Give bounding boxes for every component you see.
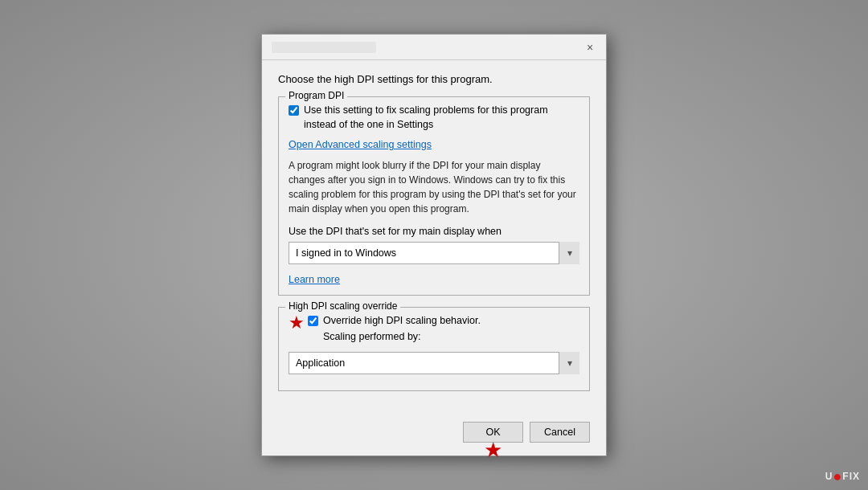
high-dpi-group: High DPI scaling override ★ Override hig… <box>278 307 590 391</box>
override-label: Override high DPI scaling behavior. <box>323 314 481 329</box>
close-button[interactable]: × <box>580 38 600 57</box>
learn-more-link[interactable]: Learn more <box>289 274 579 285</box>
ok-button[interactable]: OK <box>463 422 523 443</box>
use-setting-checkbox[interactable] <box>289 105 299 116</box>
dialog-window: × Choose the high DPI settings for this … <box>261 34 607 456</box>
open-advanced-scaling-link[interactable]: Open Advanced scaling settings <box>289 139 432 150</box>
use-setting-label: Use this setting to fix scaling problems… <box>304 104 579 132</box>
logo-watermark: U●FIX <box>825 471 860 482</box>
main-display-dropdown[interactable]: I signed in to Windows I open this progr… <box>289 242 579 264</box>
scaling-by-label: Scaling performed by: <box>323 330 481 345</box>
dropdown-label: Use the DPI that's set for my main displ… <box>289 226 579 237</box>
ok-button-wrapper: OK ★ <box>463 422 523 443</box>
main-display-dropdown-wrapper: I signed in to Windows I open this progr… <box>289 242 579 264</box>
program-dpi-label: Program DPI <box>285 90 347 101</box>
title-bar: × <box>262 35 606 60</box>
program-dpi-group: Program DPI Use this setting to fix scal… <box>278 96 590 296</box>
dialog-body: Choose the high DPI settings for this pr… <box>262 60 606 415</box>
scaling-dropdown-wrapper: Application System System (Enhanced) <box>289 352 579 374</box>
dpi-description: A program might look blurry if the DPI f… <box>289 158 579 216</box>
dialog-heading: Choose the high DPI settings for this pr… <box>278 73 590 85</box>
use-setting-checkbox-row: Use this setting to fix scaling problems… <box>289 104 579 132</box>
scaling-dropdown[interactable]: Application System System (Enhanced) <box>289 352 579 374</box>
title-bar-text <box>272 42 376 53</box>
cancel-button[interactable]: Cancel <box>530 422 590 443</box>
dialog-buttons: OK ★ Cancel <box>262 415 606 455</box>
star-icon-1: ★ <box>289 314 305 332</box>
override-checkbox-row: ★ Override high DPI scaling behavior. Sc… <box>289 314 579 344</box>
override-checkbox[interactable] <box>308 316 318 326</box>
high-dpi-label: High DPI scaling override <box>285 300 400 312</box>
